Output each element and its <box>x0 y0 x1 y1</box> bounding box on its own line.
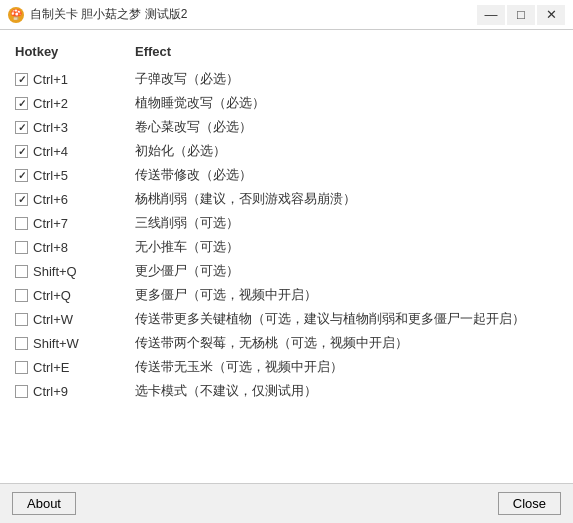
table-header: Hotkey Effect <box>15 40 558 63</box>
title-bar-left: 🍄 自制关卡 胆小菇之梦 测试版2 <box>8 6 187 23</box>
table-row: Shift+W传送带两个裂莓，无杨桃（可选，视频中开启） <box>15 331 558 355</box>
hotkey-checkbox[interactable] <box>15 193 28 206</box>
maximize-button[interactable]: □ <box>507 5 535 25</box>
table-row: Ctrl+1子弹改写（必选） <box>15 67 558 91</box>
hotkey-label: Ctrl+E <box>33 360 69 375</box>
hotkey-left: Ctrl+9 <box>15 384 135 399</box>
hotkey-checkbox[interactable] <box>15 289 28 302</box>
hotkey-left: Shift+W <box>15 336 135 351</box>
hotkey-label: Shift+Q <box>33 264 77 279</box>
table-row: Ctrl+7三线削弱（可选） <box>15 211 558 235</box>
hotkey-checkbox[interactable] <box>15 145 28 158</box>
hotkey-label: Ctrl+9 <box>33 384 68 399</box>
table-row: Ctrl+6杨桃削弱（建议，否则游戏容易崩溃） <box>15 187 558 211</box>
effect-text: 传送带两个裂莓，无杨桃（可选，视频中开启） <box>135 334 558 352</box>
hotkey-label: Ctrl+5 <box>33 168 68 183</box>
table-row: Shift+Q更少僵尸（可选） <box>15 259 558 283</box>
hotkey-checkbox[interactable] <box>15 169 28 182</box>
hotkey-checkbox[interactable] <box>15 337 28 350</box>
hotkey-left: Ctrl+W <box>15 312 135 327</box>
effect-text: 更多僵尸（可选，视频中开启） <box>135 286 558 304</box>
hotkey-label: Ctrl+3 <box>33 120 68 135</box>
close-button[interactable]: Close <box>498 492 561 515</box>
table-row: Ctrl+Q更多僵尸（可选，视频中开启） <box>15 283 558 307</box>
hotkey-left: Ctrl+8 <box>15 240 135 255</box>
hotkey-checkbox[interactable] <box>15 265 28 278</box>
hotkey-left: Ctrl+5 <box>15 168 135 183</box>
hotkey-left: Ctrl+E <box>15 360 135 375</box>
title-bar-buttons: — □ ✕ <box>477 5 565 25</box>
window-title: 自制关卡 胆小菇之梦 测试版2 <box>30 6 187 23</box>
hotkey-label: Ctrl+Q <box>33 288 71 303</box>
table-row: Ctrl+9选卡模式（不建议，仅测试用） <box>15 379 558 403</box>
table-row: Ctrl+3卷心菜改写（必选） <box>15 115 558 139</box>
hotkey-left: Ctrl+3 <box>15 120 135 135</box>
table-row: Ctrl+8无小推车（可选） <box>15 235 558 259</box>
hotkey-left: Ctrl+7 <box>15 216 135 231</box>
hotkey-left: Ctrl+Q <box>15 288 135 303</box>
effect-text: 传送带更多关键植物（可选，建议与植物削弱和更多僵尸一起开启） <box>135 310 558 328</box>
hotkey-label: Ctrl+7 <box>33 216 68 231</box>
title-bar: 🍄 自制关卡 胆小菇之梦 测试版2 — □ ✕ <box>0 0 573 30</box>
effect-text: 卷心菜改写（必选） <box>135 118 558 136</box>
hotkey-label: Ctrl+W <box>33 312 73 327</box>
hotkey-label: Ctrl+4 <box>33 144 68 159</box>
hotkey-left: Ctrl+4 <box>15 144 135 159</box>
effect-text: 传送带无玉米（可选，视频中开启） <box>135 358 558 376</box>
effect-text: 子弹改写（必选） <box>135 70 558 88</box>
content-area: Hotkey Effect Ctrl+1子弹改写（必选）Ctrl+2植物睡觉改写… <box>0 30 573 483</box>
effect-text: 杨桃削弱（建议，否则游戏容易崩溃） <box>135 190 558 208</box>
hotkey-label: Shift+W <box>33 336 79 351</box>
about-button[interactable]: About <box>12 492 76 515</box>
hotkey-rows: Ctrl+1子弹改写（必选）Ctrl+2植物睡觉改写（必选）Ctrl+3卷心菜改… <box>15 67 558 403</box>
hotkey-label: Ctrl+8 <box>33 240 68 255</box>
hotkey-left: Ctrl+6 <box>15 192 135 207</box>
hotkey-checkbox[interactable] <box>15 97 28 110</box>
table-row: Ctrl+4初始化（必选） <box>15 139 558 163</box>
hotkey-left: Ctrl+1 <box>15 72 135 87</box>
effect-text: 三线削弱（可选） <box>135 214 558 232</box>
hotkey-checkbox[interactable] <box>15 121 28 134</box>
close-window-button[interactable]: ✕ <box>537 5 565 25</box>
hotkey-left: Shift+Q <box>15 264 135 279</box>
hotkey-label: Ctrl+6 <box>33 192 68 207</box>
hotkey-checkbox[interactable] <box>15 73 28 86</box>
minimize-button[interactable]: — <box>477 5 505 25</box>
table-row: Ctrl+5传送带修改（必选） <box>15 163 558 187</box>
effect-text: 传送带修改（必选） <box>135 166 558 184</box>
hotkey-checkbox[interactable] <box>15 313 28 326</box>
effect-text: 初始化（必选） <box>135 142 558 160</box>
footer: About Close <box>0 483 573 523</box>
table-row: Ctrl+E传送带无玉米（可选，视频中开启） <box>15 355 558 379</box>
effect-header: Effect <box>135 44 558 59</box>
hotkey-label: Ctrl+2 <box>33 96 68 111</box>
hotkey-checkbox[interactable] <box>15 217 28 230</box>
effect-text: 无小推车（可选） <box>135 238 558 256</box>
hotkey-checkbox[interactable] <box>15 361 28 374</box>
table-row: Ctrl+W传送带更多关键植物（可选，建议与植物削弱和更多僵尸一起开启） <box>15 307 558 331</box>
hotkey-header: Hotkey <box>15 44 135 59</box>
effect-text: 植物睡觉改写（必选） <box>135 94 558 112</box>
hotkey-left: Ctrl+2 <box>15 96 135 111</box>
effect-text: 更少僵尸（可选） <box>135 262 558 280</box>
table-row: Ctrl+2植物睡觉改写（必选） <box>15 91 558 115</box>
hotkey-label: Ctrl+1 <box>33 72 68 87</box>
effect-text: 选卡模式（不建议，仅测试用） <box>135 382 558 400</box>
hotkey-checkbox[interactable] <box>15 385 28 398</box>
hotkey-checkbox[interactable] <box>15 241 28 254</box>
app-icon: 🍄 <box>8 7 24 23</box>
